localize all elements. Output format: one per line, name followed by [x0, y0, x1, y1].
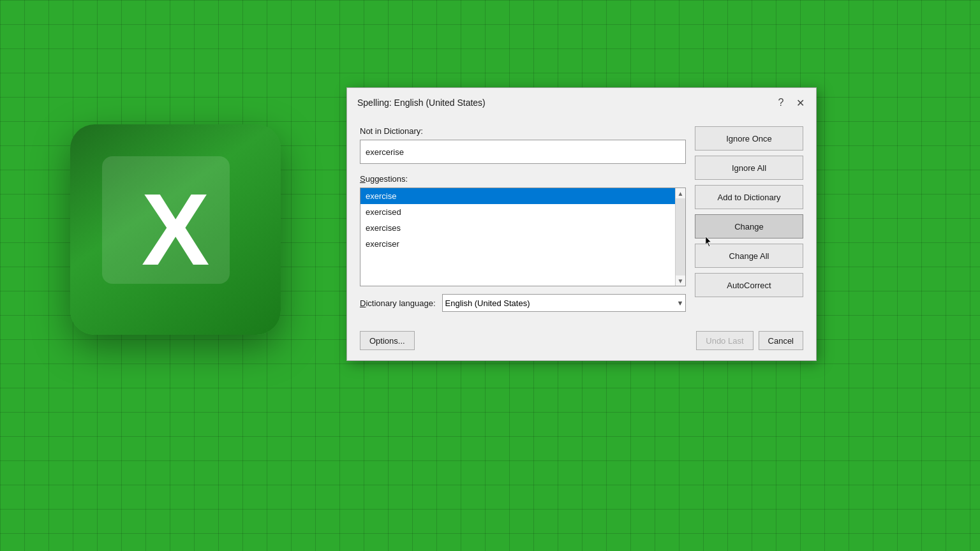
add-to-dictionary-button[interactable]: Add to Dictionary: [695, 185, 803, 209]
dialog-body: Not in Dictionary: Suggestions: exercise…: [347, 116, 816, 325]
dialog-footer: Options... Undo Last Cancel: [347, 325, 816, 360]
dialog-titlebar: Spelling: English (United States) ? ✕: [347, 88, 816, 116]
ignore-all-button[interactable]: Ignore All: [695, 156, 803, 180]
close-button[interactable]: ✕: [792, 94, 808, 111]
options-button[interactable]: Options...: [360, 331, 415, 350]
ignore-once-button[interactable]: Ignore Once: [695, 126, 803, 151]
autocorrect-button[interactable]: AutoCorrect: [695, 273, 803, 297]
suggestions-scrollbar[interactable]: ▲ ▼: [675, 188, 685, 286]
scroll-track: [676, 198, 685, 276]
not-in-dict-input[interactable]: [360, 140, 686, 164]
suggestion-item-exercises[interactable]: exercises: [360, 220, 685, 236]
undo-last-button[interactable]: Undo Last: [696, 331, 753, 350]
scroll-up-arrow[interactable]: ▲: [676, 188, 686, 198]
suggestion-item-exerciser[interactable]: exerciser: [360, 236, 685, 252]
dict-language-label: Dictionary language:: [360, 298, 436, 308]
change-button-wrapper: Change: [695, 214, 803, 239]
change-all-button[interactable]: Change All: [695, 244, 803, 268]
dialog-right-buttons: Ignore Once Ignore All Add to Dictionary…: [695, 126, 803, 312]
not-in-dictionary-section: Not in Dictionary:: [360, 126, 686, 164]
change-button[interactable]: Change: [695, 214, 803, 239]
help-button[interactable]: ?: [773, 94, 789, 111]
scroll-down-arrow[interactable]: ▼: [676, 276, 686, 286]
excel-logo: X: [70, 124, 281, 335]
suggestions-list[interactable]: exercise exercised exercises exerciser ▲…: [360, 187, 686, 286]
suggestion-item-exercise[interactable]: exercise: [360, 188, 685, 204]
cancel-button[interactable]: Cancel: [759, 331, 803, 350]
suggestions-label: Suggestions:: [360, 174, 686, 184]
excel-logo-letter: X: [142, 179, 210, 281]
title-buttons: ? ✕: [773, 94, 808, 111]
not-in-dict-label: Not in Dictionary:: [360, 126, 686, 136]
dialog-left: Not in Dictionary: Suggestions: exercise…: [360, 126, 686, 312]
suggestion-item-exercised[interactable]: exercised: [360, 204, 685, 220]
dictionary-language-section: Dictionary language: English (United Sta…: [360, 294, 686, 312]
dict-language-select-wrapper: English (United States) English (United …: [442, 294, 686, 312]
spelling-dialog: Spelling: English (United States) ? ✕ No…: [346, 87, 817, 361]
suggestions-area: Suggestions: exercise exercised exercise…: [360, 174, 686, 286]
dialog-title: Spelling: English (United States): [357, 98, 486, 108]
dict-language-select[interactable]: English (United States) English (United …: [442, 294, 686, 312]
